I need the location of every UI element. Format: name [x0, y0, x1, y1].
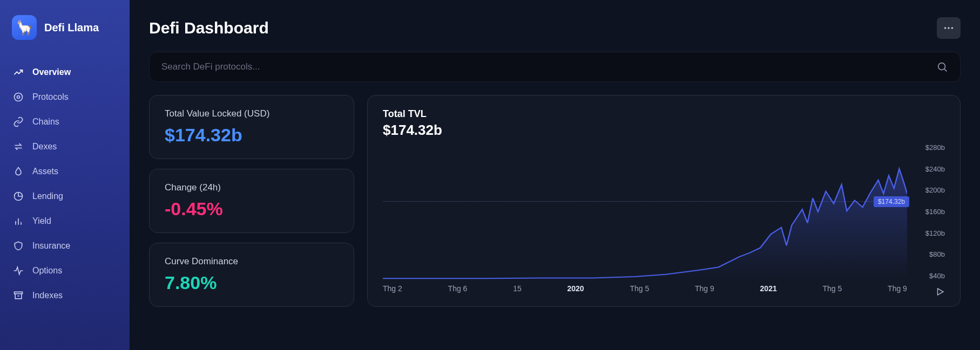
nav-item-insurance[interactable]: Insurance	[5, 235, 124, 257]
nav-item-protocols[interactable]: Protocols	[5, 86, 124, 108]
nav-label: Assets	[32, 167, 58, 176]
svg-point-0	[15, 93, 23, 101]
search-bar[interactable]	[149, 52, 961, 82]
sidebar: 🦙 Defi Llama Overview Protocols Chains D…	[0, 0, 130, 350]
y-tick: $200b	[925, 187, 945, 194]
nav: Overview Protocols Chains Dexes Assets L…	[0, 61, 130, 306]
nav-label: Insurance	[32, 241, 70, 251]
change-label: Change (24h)	[165, 182, 339, 193]
main: Defi Dashboard Total Value Locked (USD) …	[130, 0, 980, 350]
more-horizontal-icon	[943, 22, 955, 34]
x-tick: Thg 6	[448, 284, 468, 293]
svg-line-12	[944, 69, 947, 71]
y-axis-ticks: $280b $240b $200b $160b $120b $80b $40b	[910, 144, 945, 279]
chart-value: $174.32b	[383, 122, 945, 139]
brand-logo-icon: 🦙	[12, 15, 37, 40]
dominance-value: 7.80%	[165, 272, 339, 293]
tvl-label: Total Value Locked (USD)	[165, 108, 339, 119]
x-tick: Thg 2	[383, 284, 402, 293]
shield-icon	[13, 241, 24, 251]
page-title: Defi Dashboard	[149, 19, 269, 37]
nav-item-assets[interactable]: Assets	[5, 161, 124, 182]
chart-card: Total TVL $174.32b $280b $240b $200b $16…	[367, 95, 961, 307]
svg-point-8	[944, 27, 947, 29]
header: Defi Dashboard	[149, 17, 961, 39]
change-card: Change (24h) -0.45%	[149, 169, 354, 233]
chart-title: Total TVL	[383, 108, 945, 120]
stats-column: Total Value Locked (USD) $174.32b Change…	[149, 95, 354, 307]
chart-plot[interactable]	[383, 144, 907, 279]
nav-label: Protocols	[32, 92, 69, 102]
svg-rect-6	[15, 292, 23, 293]
chart-body: $280b $240b $200b $160b $120b $80b $40b …	[383, 144, 945, 296]
tvl-value: $174.32b	[165, 125, 339, 146]
y-tick: $40b	[929, 272, 945, 279]
x-axis-ticks: Thg 2 Thg 6 15 2020 Thg 5 Thg 9 2021 Thg…	[383, 282, 907, 296]
nav-item-lending[interactable]: Lending	[5, 186, 124, 207]
link-icon	[13, 116, 24, 127]
nav-label: Lending	[32, 191, 63, 201]
bars-icon	[13, 216, 24, 227]
x-tick: 2020	[567, 284, 584, 293]
tvl-line-svg	[383, 144, 907, 279]
dominance-label: Curve Dominance	[165, 256, 339, 267]
play-button[interactable]	[935, 287, 945, 297]
svg-marker-13	[938, 289, 944, 295]
y-tick: $160b	[925, 208, 945, 215]
svg-point-9	[948, 27, 950, 29]
x-tick: Thg 5	[823, 284, 842, 293]
trending-up-icon	[13, 67, 24, 78]
target-icon	[13, 92, 24, 102]
activity-icon	[13, 265, 24, 276]
x-tick: Thg 9	[695, 284, 714, 293]
nav-item-yield[interactable]: Yield	[5, 210, 124, 232]
nav-label: Chains	[32, 117, 59, 127]
search-icon	[936, 61, 948, 73]
svg-point-1	[17, 96, 20, 99]
x-tick: 15	[513, 284, 522, 293]
nav-label: Options	[32, 266, 62, 276]
y-tick: $80b	[929, 251, 945, 258]
dominance-card: Curve Dominance 7.80%	[149, 243, 354, 307]
tvl-card: Total Value Locked (USD) $174.32b	[149, 95, 354, 159]
more-button[interactable]	[937, 17, 961, 39]
brand: 🦙 Defi Llama	[0, 15, 130, 61]
content: Total Value Locked (USD) $174.32b Change…	[149, 95, 961, 307]
play-icon	[935, 287, 945, 297]
brand-name: Defi Llama	[44, 22, 99, 34]
x-tick: Thg 5	[630, 284, 649, 293]
archive-icon	[13, 290, 24, 301]
nav-item-indexes[interactable]: Indexes	[5, 285, 124, 306]
pie-icon	[13, 191, 24, 202]
nav-label: Yield	[32, 216, 51, 226]
nav-item-dexes[interactable]: Dexes	[5, 136, 124, 157]
nav-label: Indexes	[32, 291, 63, 300]
y-tick: $240b	[925, 166, 945, 173]
nav-item-chains[interactable]: Chains	[5, 111, 124, 133]
drop-icon	[13, 166, 24, 177]
nav-item-options[interactable]: Options	[5, 260, 124, 282]
y-tick: $280b	[925, 144, 945, 151]
x-tick: Thg 9	[888, 284, 907, 293]
swap-icon	[13, 141, 24, 152]
svg-point-11	[938, 63, 945, 70]
change-value: -0.45%	[165, 198, 339, 219]
nav-label: Overview	[32, 67, 71, 77]
svg-point-10	[951, 27, 954, 29]
nav-label: Dexes	[32, 142, 57, 152]
search-input[interactable]	[161, 61, 936, 72]
y-tick: $120b	[925, 230, 945, 237]
nav-item-overview[interactable]: Overview	[5, 61, 124, 83]
x-tick: 2021	[760, 284, 777, 293]
